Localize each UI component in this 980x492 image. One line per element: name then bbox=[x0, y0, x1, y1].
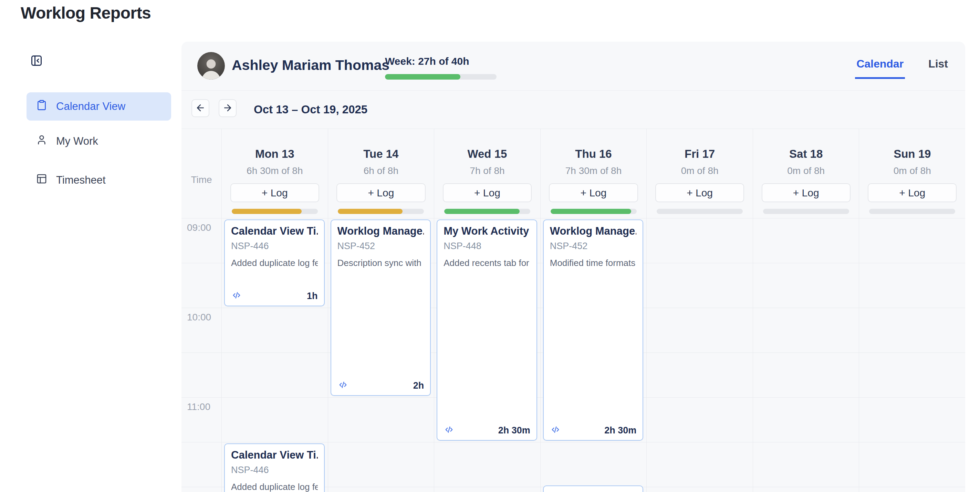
table-icon bbox=[36, 173, 47, 187]
worklog-event-card[interactable]: My Work Activity ...NSP-448Added recents… bbox=[437, 220, 537, 441]
log-time-button[interactable]: + Log bbox=[655, 183, 744, 202]
day-column-mon-13: Calendar View Ti...NSP-446Added duplicat… bbox=[222, 218, 328, 492]
event-title: Calendar View Ti... bbox=[231, 225, 318, 237]
sidebar-collapse-button[interactable] bbox=[30, 54, 43, 67]
day-name: Tue 14 bbox=[328, 148, 434, 161]
tab-calendar[interactable]: Calendar bbox=[855, 57, 905, 79]
sidebar-item-my-work[interactable]: My Work bbox=[27, 127, 171, 155]
event-title: Worklog Manage... bbox=[550, 225, 637, 237]
event-footer: 1h bbox=[231, 290, 318, 301]
day-progress-fill bbox=[338, 209, 402, 214]
code-icon bbox=[550, 425, 561, 436]
date-range-label: Oct 13 – Oct 19, 2025 bbox=[254, 103, 368, 116]
day-header-row: Time Mon 136h 30m of 8h+ LogTue 146h of … bbox=[181, 129, 965, 218]
day-logged-hours: 6h of 8h bbox=[328, 166, 434, 177]
week-nav: Oct 13 – Oct 19, 2025 bbox=[181, 91, 965, 129]
event-title: Worklog Manage... bbox=[337, 225, 424, 237]
day-name: Sat 18 bbox=[753, 148, 859, 161]
day-logged-hours: 0m of 8h bbox=[647, 166, 753, 177]
time-column-header: Time bbox=[181, 129, 222, 218]
sidebar-item-label: Timesheet bbox=[56, 174, 106, 186]
day-header-sun-19: Sun 190m of 8h+ Log bbox=[859, 129, 965, 218]
event-description: Modified time formats fo... bbox=[550, 258, 637, 268]
calendar-grid: 09:0010:0011:0012:00 Calendar View Ti...… bbox=[181, 218, 965, 492]
page-title: Worklog Reports bbox=[21, 3, 151, 22]
day-progress-fill bbox=[444, 209, 520, 214]
day-logged-hours: 6h 30m of 8h bbox=[222, 166, 328, 177]
time-label: 09:00 bbox=[187, 222, 211, 233]
day-header-thu-16: Thu 167h 30m of 8h+ Log bbox=[541, 129, 647, 218]
time-column: 09:0010:0011:0012:00 bbox=[181, 218, 222, 492]
day-name: Mon 13 bbox=[222, 148, 328, 161]
time-label: 11:00 bbox=[187, 401, 210, 412]
panel-left-close-icon bbox=[30, 63, 43, 68]
day-progress-fill bbox=[550, 209, 631, 214]
prev-week-button[interactable] bbox=[191, 99, 209, 117]
day-name: Fri 17 bbox=[647, 148, 753, 161]
tab-list[interactable]: List bbox=[927, 57, 949, 79]
worklog-event-card[interactable]: Worklog Manage...NSP-452Description sync… bbox=[331, 220, 431, 396]
log-time-button[interactable]: + Log bbox=[443, 183, 532, 202]
log-time-button[interactable]: + Log bbox=[336, 183, 425, 202]
day-header-fri-17: Fri 170m of 8h+ Log bbox=[647, 129, 753, 218]
day-header-sat-18: Sat 180m of 8h+ Log bbox=[753, 129, 859, 218]
day-column-wed-15: My Work Activity ...NSP-448Added recents… bbox=[434, 218, 541, 492]
event-footer: 2h 30m bbox=[444, 425, 530, 436]
worklog-event-card[interactable]: Worklog Manage...NSP-452Modified time fo… bbox=[543, 220, 644, 441]
day-progress-fill bbox=[232, 209, 302, 214]
log-time-button[interactable]: + Log bbox=[549, 183, 638, 202]
event-title: My Work Activity ... bbox=[444, 225, 530, 237]
log-time-button[interactable]: + Log bbox=[231, 183, 319, 202]
event-issue-key: NSP-452 bbox=[337, 241, 424, 252]
worklog-event-card[interactable] bbox=[543, 486, 644, 492]
day-logged-hours: 0m of 8h bbox=[753, 166, 859, 177]
event-footer: 2h 30m bbox=[550, 425, 637, 436]
log-time-button[interactable]: + Log bbox=[762, 183, 851, 202]
day-name: Thu 16 bbox=[541, 148, 647, 161]
worklog-event-card[interactable]: Calendar View Ti...NSP-446Added duplicat… bbox=[224, 443, 325, 492]
arrow-left-icon bbox=[195, 103, 205, 114]
sidebar-item-timesheet[interactable]: Timesheet bbox=[27, 166, 171, 194]
day-column-thu-16: Worklog Manage...NSP-452Modified time fo… bbox=[541, 218, 647, 492]
week-progress-bar bbox=[385, 74, 496, 80]
code-icon bbox=[444, 425, 455, 436]
day-logged-hours: 7h 30m of 8h bbox=[541, 166, 647, 177]
time-column-label: Time bbox=[191, 174, 212, 185]
day-column-sun-19 bbox=[859, 218, 965, 492]
day-progress-bar bbox=[550, 209, 637, 214]
worklog-panel: Ashley Mariam Thomas Week: 27h of 40h Ca… bbox=[181, 42, 965, 492]
day-column-sat-18 bbox=[753, 218, 859, 492]
sidebar-item-calendar-view[interactable]: Calendar View bbox=[27, 92, 171, 121]
code-icon bbox=[231, 290, 242, 301]
code-icon bbox=[337, 380, 348, 391]
event-duration: 1h bbox=[307, 291, 318, 301]
user-name: Ashley Mariam Thomas bbox=[232, 57, 390, 73]
day-column-fri-17 bbox=[647, 218, 753, 492]
day-logged-hours: 7h of 8h bbox=[434, 166, 540, 177]
log-time-button[interactable]: + Log bbox=[868, 183, 956, 202]
week-summary-label: Week: 27h of 40h bbox=[385, 56, 496, 67]
day-header-mon-13: Mon 136h 30m of 8h+ Log bbox=[222, 129, 328, 218]
day-progress-bar bbox=[444, 209, 530, 214]
day-header-wed-15: Wed 157h of 8h+ Log bbox=[434, 129, 541, 218]
day-progress-bar bbox=[232, 209, 318, 214]
event-issue-key: NSP-446 bbox=[231, 241, 318, 252]
event-title: Calendar View Ti... bbox=[231, 449, 318, 461]
day-name: Sun 19 bbox=[859, 148, 965, 161]
week-progress-fill bbox=[385, 74, 460, 80]
event-description: Added duplicate log feat... bbox=[231, 482, 318, 492]
sidebar-item-label: Calendar View bbox=[56, 100, 125, 113]
event-issue-key: NSP-452 bbox=[550, 241, 637, 252]
week-summary: Week: 27h of 40h bbox=[385, 56, 496, 80]
sidebar-item-label: My Work bbox=[56, 135, 98, 148]
event-issue-key: NSP-446 bbox=[231, 465, 318, 476]
day-column-tue-14: Worklog Manage...NSP-452Description sync… bbox=[328, 218, 434, 492]
event-description: Added duplicate log feat... bbox=[231, 258, 318, 268]
next-week-button[interactable] bbox=[219, 99, 237, 117]
event-description: Added recents tab for ea... bbox=[444, 258, 530, 268]
worklog-event-card[interactable]: Calendar View Ti...NSP-446Added duplicat… bbox=[224, 220, 325, 306]
avatar bbox=[197, 52, 225, 80]
event-duration: 2h 30m bbox=[605, 425, 636, 436]
event-footer: 2h bbox=[337, 380, 424, 391]
day-header-tue-14: Tue 146h of 8h+ Log bbox=[328, 129, 434, 218]
